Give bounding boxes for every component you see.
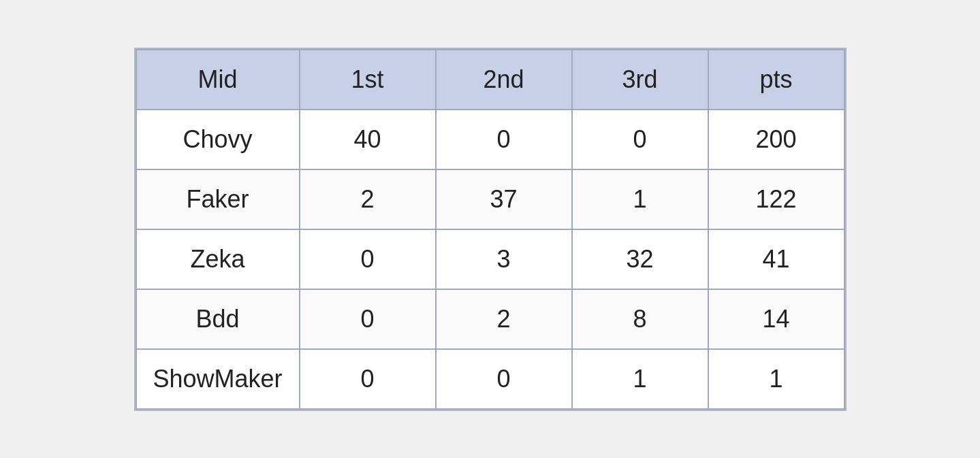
stat-cell: 2 [300,169,436,229]
stats-table-container: Mid 1st 2nd 3rd pts Chovy4000200Faker237… [134,48,847,411]
table-body: Chovy4000200Faker2371122Zeka033241Bdd028… [136,110,844,409]
table-header-row: Mid 1st 2nd 3rd pts [136,50,844,110]
stat-cell: 1 [572,169,708,229]
table-row: ShowMaker0011 [136,349,844,409]
player-name: Chovy [136,110,300,169]
table-row: Bdd02814 [136,289,844,349]
stat-cell: 0 [300,289,436,349]
stat-cell: 122 [708,169,844,229]
stat-cell: 1 [708,349,844,409]
stat-cell: 0 [436,110,572,169]
mid-stats-table: Mid 1st 2nd 3rd pts Chovy4000200Faker237… [136,49,845,410]
stat-cell: 14 [708,289,844,349]
stat-cell: 0 [572,110,708,169]
table-row: Chovy4000200 [136,110,844,169]
stat-cell: 8 [572,289,708,349]
stat-cell: 1 [572,349,708,409]
table-row: Faker2371122 [136,169,844,229]
player-name: ShowMaker [136,349,300,409]
stat-cell: 3 [436,229,572,289]
player-name: Bdd [136,289,300,349]
stat-cell: 40 [300,110,436,169]
stat-cell: 2 [436,289,572,349]
player-name: Faker [136,169,300,229]
stat-cell: 41 [708,229,844,289]
col-header-mid: Mid [136,50,300,110]
stat-cell: 32 [572,229,708,289]
player-name: Zeka [136,229,300,289]
col-header-3rd: 3rd [572,50,708,110]
stat-cell: 0 [300,229,436,289]
stat-cell: 0 [300,349,436,409]
stat-cell: 0 [436,349,572,409]
stat-cell: 37 [436,169,572,229]
col-header-pts: pts [708,50,844,110]
stat-cell: 200 [708,110,844,169]
col-header-2nd: 2nd [436,50,572,110]
table-row: Zeka033241 [136,229,844,289]
col-header-1st: 1st [300,50,436,110]
